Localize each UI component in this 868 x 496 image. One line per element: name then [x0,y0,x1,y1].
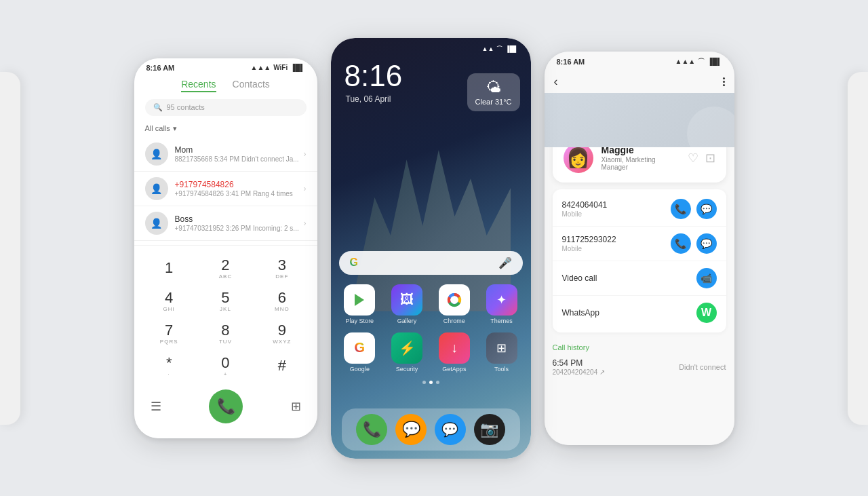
key-2[interactable]: 2ABC [197,252,254,285]
search-icon: 🔍 [153,103,163,112]
call-info-unknown: +917974584826 +917974584826 3:41 PM Rang… [175,180,304,197]
dock-camera[interactable]: 📷 [474,414,505,445]
chevron-right-icon: › [304,149,307,159]
app-playstore[interactable]: Play Store [339,284,381,324]
call-item-mom[interactable]: 👤 Mom 8821735668 5:34 PM Didn't connect … [134,137,317,172]
call-button[interactable]: 📞 [209,389,243,423]
getapps-label: GetApps [442,366,466,373]
microphone-icon: 🎤 [498,256,512,269]
app-google[interactable]: G Google [339,332,381,373]
key-6[interactable]: 6MNO [254,285,310,318]
avatar-boss: 👤 [145,212,168,235]
call-info-mom: Mom 8821735668 5:34 PM Didn't connect Ja… [175,145,304,163]
message-number-2-button[interactable]: 💬 [696,233,717,254]
number-actions-1: 📞 💬 [671,199,717,219]
video-call-actions: 📹 [696,268,717,288]
call-name-mom: Mom [175,145,304,155]
tab-recents[interactable]: Recents [181,79,216,92]
weather-condition: Clear 31°C [475,98,512,106]
battery-icon: ▐█▌ [290,64,304,71]
chevron-right-icon-3: › [304,218,307,228]
phone-label-2: Mobile [562,245,671,252]
tab-contacts[interactable]: Contacts [233,79,270,92]
playstore-icon [344,284,375,316]
status-time-dialer: 8:16 AM [146,64,175,72]
app-gallery[interactable]: 🖼 Gallery [386,284,428,324]
phone-label-1: Mobile [562,210,671,218]
security-icon: ⚡ [391,332,422,364]
home-search-widget[interactable]: G 🎤 [339,251,523,275]
call-item-boss[interactable]: 👤 Boss +917470321952 3:26 PM Incoming: 2… [134,206,317,241]
call-history-item-1: 6:54 PM 204204204204 ↗ Didn't connect [553,354,726,380]
key-0[interactable]: 0+ [197,350,254,383]
all-calls-filter[interactable]: All calls ▾ [134,121,317,137]
app-themes[interactable]: ✦ Themes [481,284,523,324]
video-call-button[interactable]: 📹 [696,268,717,288]
wifi-home-icon: ⌒ [496,45,502,54]
home-dock: 📞 💬 💬 📷 [342,408,520,451]
key-4[interactable]: 4GHI [141,285,197,318]
edit-icon[interactable]: ⊡ [705,151,715,166]
themes-icon: ✦ [486,284,517,316]
phone-partial-right [848,72,868,425]
key-9[interactable]: 9WXYZ [254,318,310,350]
dock-chat[interactable]: 💬 [435,414,466,445]
app-tools[interactable]: ⊞ Tools [481,332,523,373]
call-number-1-button[interactable]: 📞 [671,199,691,219]
status-time-contact: 8:16 AM [557,58,585,66]
wifi-icon: WiFi [273,64,288,71]
dialer-tabs: Recents Contacts [134,75,317,99]
dock-phone[interactable]: 📞 [356,414,387,445]
chevron-down-icon: ▾ [173,124,177,133]
call-number-2-button[interactable]: 📞 [671,233,691,254]
gallery-label: Gallery [397,318,417,324]
dock-messages[interactable]: 💬 [395,414,427,445]
contact-action-icons: ♡ ⊡ [688,151,715,166]
playstore-label: Play Store [346,318,374,324]
key-1[interactable]: 1 [141,252,197,285]
dialpad-icon[interactable]: ⊞ [291,399,301,414]
call-history-section: Call history 6:54 PM 204204204204 ↗ Didn… [553,339,726,380]
contact-nav-header: ‹ [545,69,734,93]
number-info-1: 8424064041 Mobile [562,200,671,218]
call-detail-mom: 8821735668 5:34 PM Didn't connect Ja... [175,155,304,163]
more-options-icon[interactable] [723,77,725,86]
key-3[interactable]: 3DEF [254,252,310,285]
menu-icon[interactable]: ☰ [151,399,161,414]
homescreen-content: ▲▲ ⌒ ▐█▌ 8:16 Tue, 06 April 🌤 Clear 31°C [331,38,531,459]
page-dot-2 [429,381,433,384]
whatsapp-label: WhatsApp [562,308,696,318]
call-item-unknown[interactable]: 👤 +917974584826 +917974584826 3:41 PM Ra… [134,172,317,206]
message-number-1-button[interactable]: 💬 [696,199,717,219]
favorite-icon[interactable]: ♡ [688,151,698,166]
phone-icon: 📞 [217,398,235,415]
whatsapp-actions: W [696,303,717,323]
app-security[interactable]: ⚡ Security [386,332,428,373]
key-star[interactable]: *· [141,350,197,383]
contact-screen: 8:16 AM ▲▲▲ ⌒ ▐█▌ ‹ [545,52,734,445]
wifi-contact-icon: ⌒ [698,57,705,66]
video-call-label: Video call [562,273,696,283]
search-bar[interactable]: 🔍 95 contacts [145,99,307,116]
themes-label: Themes [490,318,513,324]
signal-icon: ▲▲▲ [251,64,271,71]
key-7[interactable]: 7PQRS [141,318,197,350]
google-icon: G [344,332,375,364]
google-logo: G [350,256,358,269]
call-detail-unknown: +917974584826 3:41 PM Rang 4 times [175,190,304,197]
app-chrome[interactable]: Chrome [433,284,475,324]
phone-number-2: 911725293022 [562,235,671,244]
key-hash[interactable]: # [254,350,310,383]
app-grid-row2: G Google ⚡ Security ↓ [339,332,523,373]
key-5[interactable]: 5JKL [197,285,254,318]
whatsapp-button[interactable]: W [696,303,717,323]
svg-marker-0 [355,294,364,306]
getapps-icon: ↓ [439,332,470,364]
numpad: 1 2ABC 3DEF 4GHI 5JKL 6MNO 7PQRS 8TUV 9W… [134,250,317,385]
status-icons-contact: ▲▲▲ ⌒ ▐█▌ [675,57,722,66]
key-8[interactable]: 8TUV [197,318,254,350]
page-dot-3 [436,381,439,384]
number-actions-2: 📞 💬 [671,233,717,254]
app-getapps[interactable]: ↓ GetApps [433,332,475,373]
back-icon[interactable]: ‹ [554,75,558,89]
